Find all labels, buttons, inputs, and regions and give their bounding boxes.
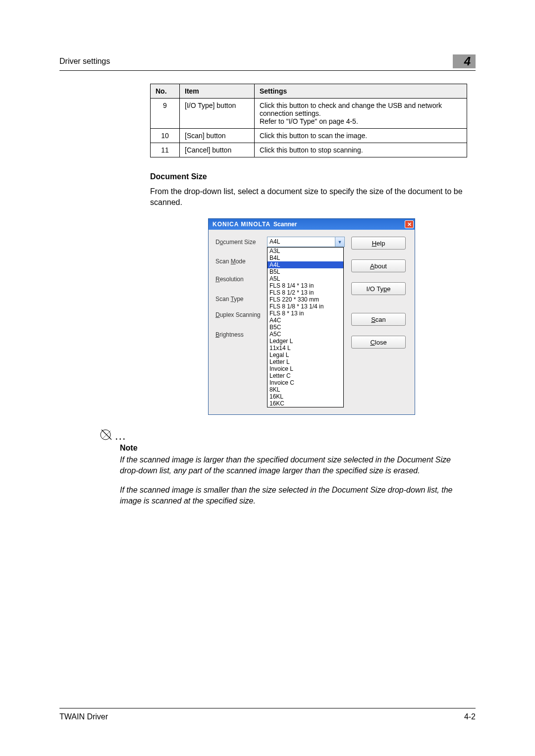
select-option[interactable]: Letter L [268, 358, 343, 365]
select-option[interactable]: FLS 220 * 330 mm [268, 296, 343, 303]
select-option[interactable]: FLS 8 * 13 in [268, 310, 343, 317]
help-button[interactable]: Help [351, 237, 406, 250]
select-option[interactable]: A5C [268, 331, 343, 338]
select-option[interactable]: Invoice C [268, 379, 343, 386]
select-option[interactable]: 8KL [268, 386, 343, 393]
select-option[interactable]: B5L [268, 268, 343, 275]
dialog-title-brand: KONICA MINOLTA [213, 221, 270, 228]
select-option[interactable]: B5C [268, 324, 343, 331]
select-option[interactable]: Ledger L [268, 338, 343, 345]
select-value: A4L [268, 237, 335, 247]
select-option[interactable]: A3L [268, 248, 343, 254]
scan-button[interactable]: Scan [351, 313, 406, 326]
table-row: 9 [I/O Type] button Click this button to… [151, 99, 467, 129]
select-option[interactable]: Legal L [268, 352, 343, 358]
about-button[interactable]: About [351, 259, 406, 272]
footer-page-number: 4-2 [464, 712, 476, 721]
note-icon: ... [99, 428, 476, 443]
select-option[interactable]: FLS 8 1/4 * 13 in [268, 282, 343, 289]
select-option[interactable]: A5L [268, 275, 343, 282]
label-scan-mode: Scan Mode [215, 258, 267, 265]
label-resolution: Resolution [215, 276, 267, 283]
svg-point-0 [101, 430, 110, 440]
table-header-item: Item [180, 84, 255, 99]
cell-settings: Click this button to stop scanning. [255, 143, 467, 157]
select-option[interactable]: FLS 8 1/8 * 13 1/4 in [268, 303, 343, 310]
select-option[interactable]: Letter C [268, 372, 343, 379]
settings-table: No. Item Settings 9 [I/O Type] button Cl… [150, 84, 467, 157]
note-heading: Note [120, 444, 476, 453]
footer-left: TWAIN Driver [59, 712, 108, 721]
note-paragraph: If the scanned image is larger than the … [120, 454, 467, 476]
document-size-select[interactable]: A4L ▼ [267, 237, 345, 247]
cell-item: [Cancel] button [180, 143, 255, 157]
dialog-title-tail: Scanner [273, 221, 297, 228]
document-size-options[interactable]: A3LB4LA4LB5LA5LFLS 8 1/4 * 13 inFLS 8 1/… [267, 247, 344, 407]
cell-no: 11 [151, 143, 180, 157]
cell-item: [I/O Type] button [180, 99, 255, 129]
cell-no: 9 [151, 99, 180, 129]
dialog-titlebar: KONICA MINOLTA Scanner ✕ [209, 219, 415, 230]
table-row: 10 [Scan] button Click this button to sc… [151, 129, 467, 143]
select-option[interactable]: 16KC [268, 400, 343, 407]
select-option[interactable]: 16KL [268, 393, 343, 400]
table-header-no: No. [151, 84, 180, 99]
table-header-settings: Settings [255, 84, 467, 99]
select-option[interactable]: 11x14 L [268, 345, 343, 352]
section-paragraph: From the drop-down list, select a docume… [150, 186, 467, 207]
select-option[interactable]: FLS 8 1/2 * 13 in [268, 289, 343, 296]
chevron-down-icon[interactable]: ▼ [335, 237, 344, 247]
table-row: 11 [Cancel] button Click this button to … [151, 143, 467, 157]
select-option[interactable]: A4L [268, 261, 343, 268]
label-scan-type: Scan Type [215, 296, 267, 302]
close-icon[interactable]: ✕ [405, 220, 414, 228]
select-option[interactable]: B4L [268, 254, 343, 261]
label-brightness: Brightness [215, 331, 267, 338]
scanner-dialog: KONICA MINOLTA Scanner ✕ Document Size S… [208, 218, 415, 415]
io-type-button[interactable]: I/O Type [351, 282, 406, 295]
cell-no: 10 [151, 129, 180, 143]
label-document-size: Document Size [215, 239, 267, 246]
select-option[interactable]: A4C [268, 317, 343, 324]
cell-item: [Scan] button [180, 129, 255, 143]
close-button[interactable]: Close [351, 336, 406, 349]
cell-settings: Click this button to scan the image. [255, 129, 467, 143]
chapter-badge: 4 [453, 54, 476, 68]
running-header: Driver settings [59, 57, 110, 66]
label-duplex-scanning: Duplex Scanning [215, 311, 267, 318]
chapter-number: 4 [464, 54, 471, 68]
cell-settings: Click this button to check and change th… [255, 99, 467, 129]
section-title: Document Size [150, 172, 476, 181]
note-paragraph: If the scanned image is smaller than the… [120, 485, 467, 506]
select-option[interactable]: Invoice L [268, 365, 343, 372]
